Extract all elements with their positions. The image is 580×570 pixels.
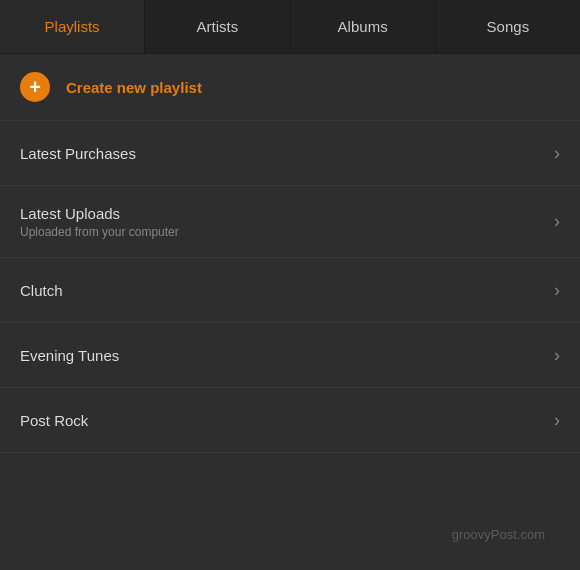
list-item[interactable]: Latest Purchases › (0, 121, 580, 186)
playlist-item-content: Clutch (20, 282, 63, 299)
playlist-title: Post Rock (20, 412, 88, 429)
chevron-right-icon: › (554, 410, 560, 431)
playlist-title: Clutch (20, 282, 63, 299)
chevron-right-icon: › (554, 345, 560, 366)
list-item[interactable]: Post Rock › (0, 388, 580, 453)
tab-albums[interactable]: Albums (291, 0, 436, 53)
list-item[interactable]: Evening Tunes › (0, 323, 580, 388)
create-playlist-label: Create new playlist (66, 79, 202, 96)
playlist-title: Latest Uploads (20, 205, 179, 222)
playlist-item-content: Latest Purchases (20, 145, 136, 162)
create-playlist-button[interactable]: + Create new playlist (0, 54, 580, 121)
tab-bar: Playlists Artists Albums Songs (0, 0, 580, 54)
chevron-right-icon: › (554, 211, 560, 232)
tab-songs[interactable]: Songs (436, 0, 580, 53)
chevron-right-icon: › (554, 280, 560, 301)
tab-artists[interactable]: Artists (145, 0, 290, 53)
playlist-list: Latest Purchases › Latest Uploads Upload… (0, 121, 580, 570)
playlist-title: Evening Tunes (20, 347, 119, 364)
playlist-title: Latest Purchases (20, 145, 136, 162)
playlist-item-content: Evening Tunes (20, 347, 119, 364)
chevron-right-icon: › (554, 143, 560, 164)
plus-icon: + (20, 72, 50, 102)
tab-playlists[interactable]: Playlists (0, 0, 145, 53)
list-item[interactable]: Latest Uploads Uploaded from your comput… (0, 186, 580, 258)
list-item[interactable]: Clutch › (0, 258, 580, 323)
app-container: Playlists Artists Albums Songs + Create … (0, 0, 580, 570)
playlist-subtitle: Uploaded from your computer (20, 225, 179, 239)
playlist-item-content: Post Rock (20, 412, 88, 429)
playlist-item-content: Latest Uploads Uploaded from your comput… (20, 205, 179, 239)
